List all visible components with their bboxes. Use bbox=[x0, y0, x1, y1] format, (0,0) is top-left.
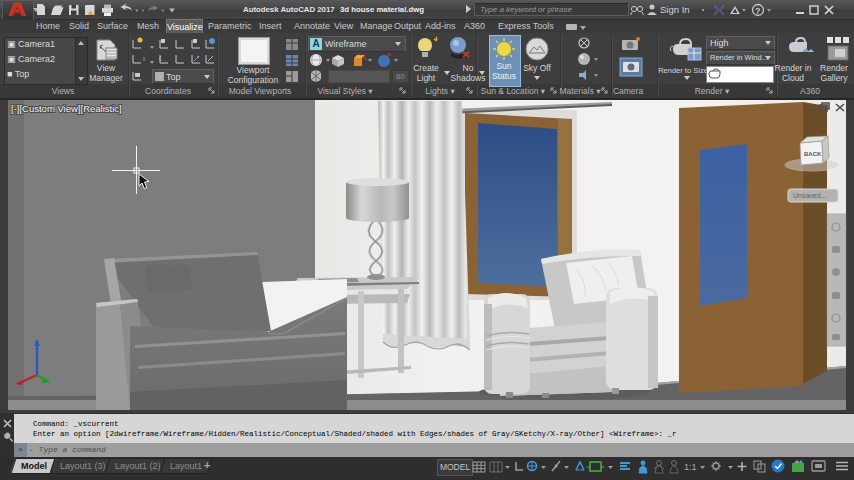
svg-text:[-][Custom View][Realistic]: [-][Custom View][Realistic] bbox=[11, 103, 122, 114]
svg-text:Unsaved...: Unsaved... bbox=[793, 192, 827, 199]
svg-text:Sign In: Sign In bbox=[660, 4, 690, 15]
svg-text:1:1: 1:1 bbox=[684, 462, 697, 472]
svg-text:BACK: BACK bbox=[804, 151, 822, 157]
svg-text:?: ? bbox=[755, 6, 761, 16]
